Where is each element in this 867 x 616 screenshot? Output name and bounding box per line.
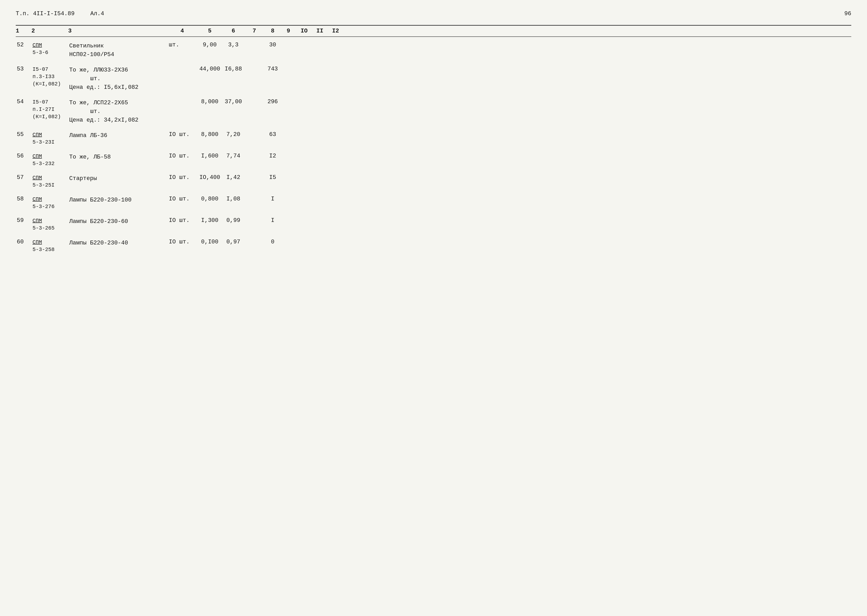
- row-58-code: СПМ5-3-276: [31, 196, 68, 211]
- row-54-price: 37,00: [223, 99, 244, 105]
- col-10: IO: [296, 28, 312, 34]
- row-59-price: 0,99: [223, 217, 244, 224]
- table-row: 55 СПМ5-3-23I Лампа ЛБ-36 IO шт. 8,800 7…: [16, 127, 851, 148]
- row-53-qty: 44,000: [197, 66, 223, 72]
- row-55-code: СПМ5-3-23I: [31, 131, 68, 146]
- table-row: 59 СПМ5-3-265 Лампы Б220-230-60 IO шт. I…: [16, 212, 851, 234]
- row-57-num: 57: [16, 174, 31, 181]
- col-8: 8: [265, 28, 280, 34]
- row-59-total: I: [265, 217, 280, 224]
- row-57-code: СПМ5-3-25I: [31, 174, 68, 189]
- row-58-total: I: [265, 196, 280, 202]
- row-55-qty: 8,800: [197, 131, 223, 138]
- row-58-price: I,08: [223, 196, 244, 202]
- col-3: 3: [68, 28, 168, 34]
- col-2: 2: [31, 28, 68, 34]
- row-58-num: 58: [16, 196, 31, 202]
- column-headers: 1 2 3 4 5 6 7 8 9 IO II I2: [16, 25, 851, 37]
- row-56-total: I2: [265, 153, 280, 159]
- row-60-num: 60: [16, 239, 31, 245]
- col-11: II: [312, 28, 328, 34]
- col-7: 7: [244, 28, 265, 34]
- page-number: 96: [845, 11, 851, 17]
- row-58-unit: IO шт.: [168, 196, 197, 202]
- row-52-unit: шт.: [168, 42, 197, 48]
- row-57-desc: Стартеры: [68, 174, 168, 183]
- doc-number: Т.п. 4II-I-I54.89: [16, 11, 74, 17]
- row-53-price: I6,88: [223, 66, 244, 72]
- row-59-unit: IO шт.: [168, 217, 197, 224]
- row-55-unit: IO шт.: [168, 131, 197, 138]
- row-53-total: 743: [265, 66, 280, 72]
- row-59-qty: I,300: [197, 217, 223, 224]
- row-56-code: СПМ5-3-232: [31, 153, 68, 167]
- row-58-desc: Лампы Б220-230-100: [68, 196, 168, 204]
- row-60-price: 0,97: [223, 239, 244, 245]
- row-52-price: 3,3: [223, 42, 244, 48]
- col-6: 6: [223, 28, 244, 34]
- row-57-price: I,42: [223, 174, 244, 181]
- row-52-total: 30: [265, 42, 280, 48]
- row-52-qty: 9,00: [197, 42, 223, 48]
- row-54-code: I5-07п.I-27I(К=I,082): [31, 99, 68, 121]
- row-52-code: СПМ5-3-6: [31, 42, 68, 57]
- main-table: 1 2 3 4 5 6 7 8 9 IO II I2 52 СПМ5-3-6 С…: [16, 25, 851, 256]
- row-56-qty: I,600: [197, 153, 223, 159]
- sheet-label: Ал.4: [90, 11, 104, 17]
- row-59-code: СПМ5-3-265: [31, 217, 68, 232]
- col-1: 1: [16, 28, 31, 34]
- row-57-total: I5: [265, 174, 280, 181]
- row-55-total: 63: [265, 131, 280, 138]
- row-54-qty: 8,000: [197, 99, 223, 105]
- table-row: 60 СПМ5-3-258 Лампы Б220-230-40 IO шт. 0…: [16, 234, 851, 256]
- row-60-qty: 0,I00: [197, 239, 223, 245]
- table-row: 54 I5-07п.I-27I(К=I,082) То же, ЛСП22-2Х…: [16, 94, 851, 127]
- col-9: 9: [280, 28, 296, 34]
- row-59-num: 59: [16, 217, 31, 224]
- row-55-desc: Лампа ЛБ-36: [68, 131, 168, 140]
- row-56-desc: То же, ЛБ-58: [68, 153, 168, 162]
- page-header: Т.п. 4II-I-I54.89 Ал.4 96: [16, 11, 851, 17]
- table-row: 57 СПМ5-3-25I Стартеры IO шт. IO,400 I,4…: [16, 170, 851, 191]
- row-53-desc: То же, ЛЛЮ33-2Х36шт.Цена ед.: I5,6xI,082: [68, 66, 168, 92]
- row-56-num: 56: [16, 153, 31, 159]
- row-60-total: 0: [265, 239, 280, 245]
- col-12: I2: [328, 28, 343, 34]
- table-row: 58 СПМ5-3-276 Лампы Б220-230-100 IO шт. …: [16, 191, 851, 212]
- row-53-num: 53: [16, 66, 31, 72]
- col-4: 4: [168, 28, 197, 34]
- row-54-total: 296: [265, 99, 280, 105]
- col-5: 5: [197, 28, 223, 34]
- row-59-desc: Лампы Б220-230-60: [68, 217, 168, 226]
- row-56-unit: IO шт.: [168, 153, 197, 159]
- row-55-num: 55: [16, 131, 31, 138]
- row-57-unit: IO шт.: [168, 174, 197, 181]
- row-53-code: I5-07п.3-I33(К=I,082): [31, 66, 68, 88]
- row-60-desc: Лампы Б220-230-40: [68, 239, 168, 247]
- row-54-desc: То же, ЛСП22-2Х65шт.Цена ед.: 34,2xI,082: [68, 99, 168, 124]
- table-row: 53 I5-07п.3-I33(К=I,082) То же, ЛЛЮ33-2Х…: [16, 61, 851, 94]
- row-55-price: 7,20: [223, 131, 244, 138]
- row-52-num: 52: [16, 42, 31, 48]
- row-60-unit: IO шт.: [168, 239, 197, 245]
- row-58-qty: 0,800: [197, 196, 223, 202]
- row-60-code: СПМ5-3-258: [31, 239, 68, 253]
- table-row: 56 СПМ5-3-232 То же, ЛБ-58 IO шт. I,600 …: [16, 148, 851, 170]
- row-54-num: 54: [16, 99, 31, 105]
- row-52-desc: СветильникНСП02-100/Р54: [68, 42, 168, 59]
- table-row: 52 СПМ5-3-6 СветильникНСП02-100/Р54 шт. …: [16, 37, 851, 61]
- row-56-price: 7,74: [223, 153, 244, 159]
- row-57-qty: IO,400: [197, 174, 223, 181]
